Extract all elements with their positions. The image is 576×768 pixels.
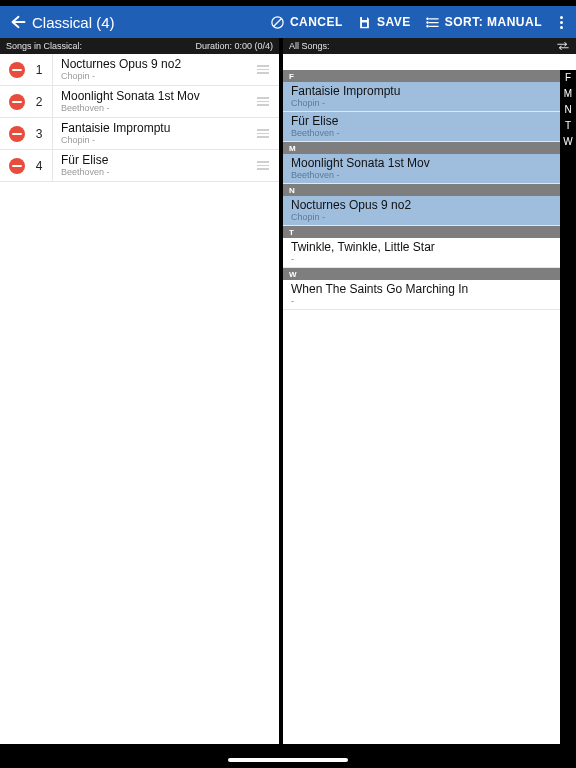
index-letter[interactable]: F: [565, 70, 571, 86]
playlist-song-title: Nocturnes Opus 9 no2: [61, 57, 253, 71]
back-button[interactable]: [6, 11, 28, 33]
save-icon: [357, 14, 373, 30]
save-label: SAVE: [377, 15, 411, 29]
section-header: N: [283, 184, 560, 196]
playlist-song-title: Fantaisie Impromptu: [61, 121, 253, 135]
cancel-icon: [270, 14, 286, 30]
svg-point-9: [427, 21, 428, 22]
alpha-index[interactable]: FMNTW: [560, 70, 576, 744]
more-button[interactable]: [552, 16, 570, 29]
drag-handle-icon[interactable]: [253, 129, 273, 138]
sort-label: SORT: MANUAL: [445, 15, 542, 29]
all-songs-row[interactable]: Twinkle, Twinkle, Little Star-: [283, 238, 560, 268]
all-song-title: When The Saints Go Marching In: [291, 282, 552, 296]
all-song-artist: Chopin -: [291, 98, 552, 109]
remove-icon[interactable]: [9, 126, 25, 142]
playlist-row[interactable]: 1Nocturnes Opus 9 no2Chopin -: [0, 54, 279, 86]
playlist-duration: Duration: 0:00 (0/4): [195, 41, 273, 51]
section-header: F: [283, 70, 560, 82]
playlist-row-number: 3: [32, 127, 46, 141]
drag-handle-icon[interactable]: [253, 65, 273, 74]
sort-button[interactable]: SORT: MANUAL: [425, 14, 542, 30]
remove-icon[interactable]: [9, 62, 25, 78]
playlist-song-artist: Beethoven -: [61, 167, 253, 178]
all-song-title: Moonlight Sonata 1st Mov: [291, 156, 552, 170]
svg-rect-3: [362, 16, 367, 19]
drag-handle-icon[interactable]: [253, 161, 273, 170]
remove-icon[interactable]: [9, 158, 25, 174]
index-letter[interactable]: T: [565, 118, 571, 134]
bottom-bar: [0, 744, 576, 768]
all-song-artist: Beethoven -: [291, 128, 552, 139]
playlist-panel: Songs in Classical: Duration: 0:00 (0/4)…: [0, 38, 283, 744]
index-letter[interactable]: N: [564, 102, 571, 118]
playlist-row[interactable]: 4Für EliseBeethoven -: [0, 150, 279, 182]
playlist-song-artist: Chopin -: [61, 135, 253, 146]
all-song-artist: -: [291, 254, 552, 265]
playlist-row[interactable]: 3Fantaisie ImpromptuChopin -: [0, 118, 279, 150]
cancel-label: CANCEL: [290, 15, 343, 29]
all-songs-row[interactable]: When The Saints Go Marching In-: [283, 280, 560, 310]
playlist-row-number: 4: [32, 159, 46, 173]
playlist-song-title: Moonlight Sonata 1st Mov: [61, 89, 253, 103]
all-songs-row[interactable]: Fantaisie ImpromptuChopin -: [283, 82, 560, 112]
save-button[interactable]: SAVE: [357, 14, 411, 30]
all-songs-row[interactable]: Nocturnes Opus 9 no2Chopin -: [283, 196, 560, 226]
index-letter[interactable]: W: [563, 134, 572, 150]
svg-point-8: [427, 18, 428, 19]
index-letter[interactable]: M: [564, 86, 572, 102]
all-song-artist: -: [291, 296, 552, 307]
all-song-title: Nocturnes Opus 9 no2: [291, 198, 552, 212]
page-title: Classical (4): [32, 14, 115, 31]
sort-icon: [425, 14, 441, 30]
all-song-artist: Chopin -: [291, 212, 552, 223]
playlist-row-number: 1: [32, 63, 46, 77]
cancel-button[interactable]: CANCEL: [270, 14, 343, 30]
playlist-song-artist: Chopin -: [61, 71, 253, 82]
svg-point-10: [427, 25, 428, 26]
all-songs-panel: All Songs: FFantaisie ImpromptuChopin -F…: [283, 38, 576, 744]
home-indicator: [228, 758, 348, 762]
exchange-icon[interactable]: [556, 41, 570, 51]
remove-icon[interactable]: [9, 94, 25, 110]
all-songs-header: All Songs:: [283, 38, 576, 54]
all-song-title: Für Elise: [291, 114, 552, 128]
all-songs-header-label: All Songs:: [289, 41, 330, 51]
playlist-song-title: Für Elise: [61, 153, 253, 167]
drag-handle-icon[interactable]: [253, 97, 273, 106]
all-song-title: Twinkle, Twinkle, Little Star: [291, 240, 552, 254]
all-song-title: Fantaisie Impromptu: [291, 84, 552, 98]
section-header: W: [283, 268, 560, 280]
all-song-artist: Beethoven -: [291, 170, 552, 181]
playlist-header: Songs in Classical: Duration: 0:00 (0/4): [0, 38, 279, 54]
section-header: T: [283, 226, 560, 238]
all-songs-row[interactable]: Für EliseBeethoven -: [283, 112, 560, 142]
svg-rect-4: [362, 22, 367, 26]
svg-line-2: [274, 18, 282, 26]
playlist-row[interactable]: 2Moonlight Sonata 1st MovBeethoven -: [0, 86, 279, 118]
all-songs-row[interactable]: Moonlight Sonata 1st MovBeethoven -: [283, 154, 560, 184]
toolbar: Classical (4) CANCEL SAVE SORT: MANUAL: [0, 6, 576, 38]
playlist-song-artist: Beethoven -: [61, 103, 253, 114]
section-header: M: [283, 142, 560, 154]
playlist-header-label: Songs in Classical:: [6, 41, 82, 51]
playlist-row-number: 2: [32, 95, 46, 109]
